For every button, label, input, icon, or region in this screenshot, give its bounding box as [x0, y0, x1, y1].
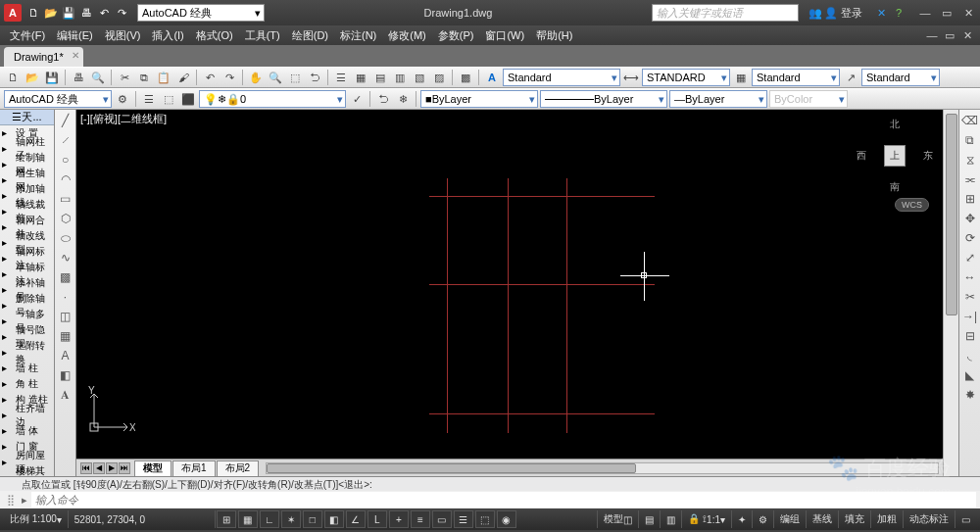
plot-preview-icon[interactable]: 🔍 — [89, 69, 107, 86]
menu-file[interactable]: 文件(F) — [6, 26, 49, 45]
status-dyndim[interactable]: 动态标注 — [903, 510, 955, 528]
menu-view[interactable]: 视图(V) — [101, 26, 145, 45]
layout-next-icon[interactable]: ▶ — [106, 462, 118, 474]
mirror-tool-icon[interactable]: ⧖ — [961, 151, 979, 169]
layout-first-icon[interactable]: ⏮ — [80, 462, 92, 474]
menu-parametric[interactable]: 参数(P) — [434, 26, 478, 45]
spline-tool-icon[interactable]: ∿ — [57, 249, 74, 266]
left-panel-item[interactable]: ▸楼梯其他 — [0, 470, 54, 476]
new-icon[interactable]: 🗋 — [25, 5, 41, 21]
sc-mode-button[interactable]: ⬚ — [475, 510, 495, 528]
dimstyle-icon[interactable]: ⟷ — [622, 69, 640, 86]
status-baseline[interactable]: 基线 — [806, 510, 838, 528]
open-file-icon[interactable]: 📂 — [24, 69, 41, 86]
status-bold[interactable]: 加粗 — [870, 510, 903, 528]
offset-tool-icon[interactable]: ⫘ — [961, 170, 979, 188]
osnap-mode-button[interactable]: □ — [303, 510, 322, 528]
stretch-tool-icon[interactable]: ↔ — [961, 268, 979, 286]
model-paper-toggle[interactable]: 模型 ◫ — [597, 510, 638, 528]
region-tool-icon[interactable]: ◧ — [57, 366, 74, 384]
tablestyle-icon[interactable]: ▦ — [732, 69, 750, 86]
ellipse-tool-icon[interactable]: ⬭ — [57, 229, 74, 247]
linetype-dropdown[interactable]: ByLayer — [540, 90, 667, 108]
quickcalc-icon[interactable]: ▨ — [430, 69, 448, 86]
mleader-style-dropdown[interactable]: Standard — [861, 69, 940, 86]
doc-restore-button[interactable]: ▭ — [943, 29, 956, 42]
copy-icon[interactable]: ⧉ — [135, 69, 153, 86]
osnap3d-mode-button[interactable]: ◧ — [324, 510, 344, 528]
polygon-tool-icon[interactable]: ⬡ — [57, 210, 74, 227]
login-button[interactable]: 👤 登录 — [824, 6, 862, 21]
zoom-previous-icon[interactable]: ⮌ — [306, 69, 323, 86]
viewcube[interactable]: 北 南 西 东 上 — [857, 118, 933, 194]
rotate-tool-icon[interactable]: ⟳ — [961, 229, 979, 247]
line-tool-icon[interactable]: ╱ — [57, 112, 74, 129]
cut-icon[interactable]: ✂ — [116, 69, 133, 86]
command-grip-icon[interactable]: ⣿ — [4, 494, 18, 507]
ducs-mode-button[interactable]: L — [368, 510, 387, 528]
scale-tool-icon[interactable]: ⤢ — [961, 249, 979, 266]
menu-tools[interactable]: 工具(T) — [241, 26, 284, 45]
menu-modify[interactable]: 修改(M) — [384, 26, 430, 45]
am-mode-button[interactable]: ◉ — [497, 510, 516, 528]
array-tool-icon[interactable]: ⊞ — [961, 190, 979, 208]
zoom-realtime-icon[interactable]: 🔍 — [267, 69, 284, 86]
polyline-tool-icon[interactable]: ⟋ — [57, 131, 74, 149]
vertical-scrollbar[interactable] — [943, 110, 958, 476]
tpy-mode-button[interactable]: ▭ — [432, 510, 452, 528]
fillet-tool-icon[interactable]: ◟ — [961, 347, 979, 364]
help-search-input[interactable]: 输入关键字或短语 — [652, 4, 799, 22]
lineweight-dropdown[interactable]: — ByLayer — [669, 90, 767, 108]
move-tool-icon[interactable]: ✥ — [961, 210, 979, 227]
menu-help[interactable]: 帮助(H) — [532, 26, 576, 45]
trim-tool-icon[interactable]: ✂ — [961, 288, 979, 306]
dim-style-dropdown[interactable]: STANDARD — [642, 69, 730, 86]
menu-format[interactable]: 格式(O) — [192, 26, 237, 45]
quick-view-layouts-button[interactable]: ▤ — [638, 510, 660, 528]
left-panel-header[interactable]: ☰ 天... — [0, 110, 54, 125]
textstyle-icon[interactable]: A — [483, 69, 501, 86]
menu-edit[interactable]: 编辑(E) — [53, 26, 97, 45]
drawing-canvas[interactable]: [-][俯视][二维线框] X Y 北 南 西 东 上 — [76, 110, 943, 459]
save-file-icon[interactable]: 💾 — [43, 69, 61, 86]
tool-palettes-icon[interactable]: ▤ — [371, 69, 389, 86]
layout-tab-2[interactable]: 布局2 — [217, 460, 260, 476]
command-input[interactable] — [31, 492, 976, 508]
left-panel-item[interactable]: ▸角 柱 — [0, 376, 54, 392]
workspace-settings-icon[interactable]: ⚙ — [114, 90, 131, 108]
table-tool-icon[interactable]: ▦ — [57, 327, 74, 345]
match-props-icon[interactable]: 🖌 — [174, 69, 192, 86]
hatch-tool-icon[interactable]: ▩ — [57, 268, 74, 286]
break-tool-icon[interactable]: ⊟ — [961, 327, 979, 345]
horizontal-scrollbar[interactable] — [266, 462, 939, 474]
properties-icon[interactable]: ☰ — [332, 69, 350, 86]
wcs-badge[interactable]: WCS — [895, 198, 929, 212]
anno-scale-button[interactable]: 🔒 ⟟ 1:1▾ — [681, 510, 731, 528]
workspace-dropdown[interactable]: AutoCAD 经典 — [4, 90, 112, 108]
color-dropdown[interactable]: ■ ByLayer — [420, 90, 538, 108]
zoom-window-icon[interactable]: ⬚ — [286, 69, 304, 86]
lwt-mode-button[interactable]: ≡ — [411, 510, 430, 528]
left-panel-item[interactable]: ▸柱齐墙边 — [0, 408, 54, 423]
point-tool-icon[interactable]: · — [57, 288, 74, 306]
design-center-icon[interactable]: ▦ — [352, 69, 369, 86]
people-icon[interactable]: 👥 — [807, 4, 824, 22]
close-button[interactable]: ✕ — [960, 6, 976, 20]
arc-tool-icon[interactable]: ◠ — [57, 170, 74, 188]
quick-view-drawings-button[interactable]: ▥ — [660, 510, 681, 528]
viewcube-top[interactable]: 上 — [884, 145, 906, 167]
layer-iso-icon[interactable]: ⬛ — [179, 90, 197, 108]
text-tool-icon[interactable]: A — [57, 347, 74, 364]
layer-dropdown[interactable]: 💡❄🔒 0 — [199, 90, 346, 108]
redo-icon[interactable]: ↷ — [114, 5, 129, 21]
doc-close-button[interactable]: ✕ — [960, 29, 974, 42]
mtext-tool-icon[interactable]: 𝐀 — [57, 386, 74, 404]
anno-visibility-button[interactable]: ✦ — [731, 510, 752, 528]
left-panel-item[interactable]: ▸主附转换 — [0, 345, 54, 361]
menu-window[interactable]: 窗口(W) — [481, 26, 528, 45]
workspace-switch-button[interactable]: ⚙ — [752, 510, 773, 528]
undo-icon[interactable]: ↶ — [96, 5, 112, 21]
sheet-set-icon[interactable]: ▥ — [391, 69, 409, 86]
maximize-button[interactable]: ▭ — [939, 6, 955, 20]
circle-tool-icon[interactable]: ○ — [57, 151, 74, 169]
